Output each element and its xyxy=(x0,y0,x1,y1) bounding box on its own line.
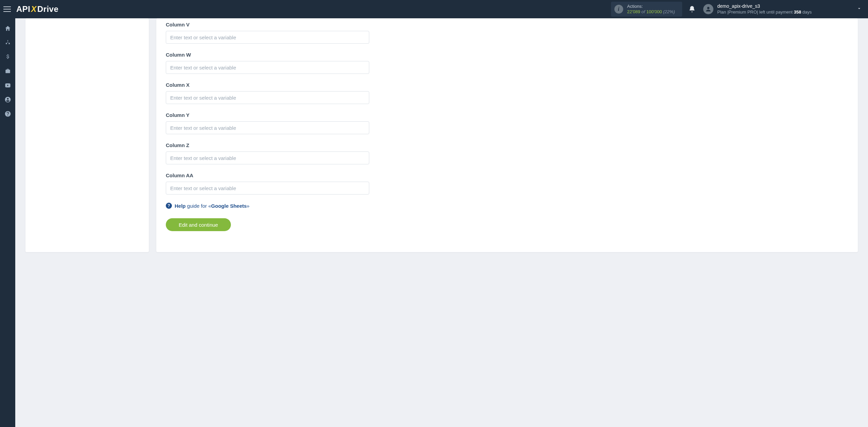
notifications-button[interactable] xyxy=(688,5,696,13)
field-row: Column V xyxy=(166,22,369,44)
sidebar-item-partners[interactable] xyxy=(0,64,15,78)
info-icon: i xyxy=(614,5,623,14)
logo-text-x: X xyxy=(31,4,37,14)
field-row: Column Z xyxy=(166,142,369,164)
chevron-down-icon xyxy=(856,6,862,13)
youtube-icon xyxy=(4,82,11,89)
logo-text-drive: Drive xyxy=(37,4,59,14)
menu-toggle-button[interactable] xyxy=(3,4,13,14)
bell-icon xyxy=(688,5,696,13)
sidebar-item-account[interactable] xyxy=(0,93,15,106)
field-input-column-z[interactable] xyxy=(166,151,369,164)
edit-and-continue-button[interactable]: Edit and continue xyxy=(166,218,231,231)
help-guide-link[interactable]: ? Help guide for «Google Sheets» xyxy=(166,203,369,209)
sidebar-item-help[interactable] xyxy=(0,107,15,121)
field-label: Column X xyxy=(166,82,369,88)
user-plan: Plan |Premium PRO| left until payment 35… xyxy=(717,9,812,15)
field-row: Column AA xyxy=(166,172,369,195)
field-input-column-v[interactable] xyxy=(166,31,369,44)
person-circle-icon xyxy=(4,96,11,103)
user-name: demo_apix-drive_s3 xyxy=(717,3,812,9)
sidebar-item-billing[interactable] xyxy=(0,50,15,64)
home-icon xyxy=(4,25,11,32)
sitemap-icon xyxy=(4,39,11,46)
header: API X Drive i Actions: 22'089 of 100'000… xyxy=(0,0,868,18)
field-input-column-x[interactable] xyxy=(166,91,369,104)
sidebar xyxy=(0,18,15,427)
avatar xyxy=(703,4,713,14)
steps-panel xyxy=(25,18,149,252)
field-label: Column Y xyxy=(166,112,369,118)
field-label: Column V xyxy=(166,22,369,27)
sidebar-item-home[interactable] xyxy=(0,22,15,35)
field-label: Column AA xyxy=(166,172,369,178)
sidebar-item-connections[interactable] xyxy=(0,36,15,49)
config-panel: Column V Column W Column X Column Y Colu xyxy=(156,18,858,252)
person-icon xyxy=(705,6,712,13)
field-row: Column Y xyxy=(166,112,369,134)
help-icon: ? xyxy=(166,203,172,209)
question-circle-icon xyxy=(4,110,11,117)
actions-used: 22'089 xyxy=(627,9,640,14)
field-input-column-aa[interactable] xyxy=(166,182,369,195)
field-row: Column W xyxy=(166,52,369,74)
field-label: Column W xyxy=(166,52,369,58)
dollar-icon xyxy=(4,54,11,60)
main-content: Column V Column W Column X Column Y Colu xyxy=(15,18,868,427)
brand-logo[interactable]: API X Drive xyxy=(16,4,59,14)
briefcase-icon xyxy=(4,68,11,75)
field-row: Column X xyxy=(166,82,369,104)
actions-counter[interactable]: i Actions: 22'089 of 100'000 (22%) xyxy=(611,2,682,17)
field-label: Column Z xyxy=(166,142,369,148)
field-input-column-y[interactable] xyxy=(166,121,369,134)
logo-text-api: API xyxy=(16,4,31,14)
user-menu-button[interactable]: demo_apix-drive_s3 Plan |Premium PRO| le… xyxy=(703,3,862,15)
field-input-column-w[interactable] xyxy=(166,61,369,74)
sidebar-item-video[interactable] xyxy=(0,79,15,92)
actions-label: Actions: xyxy=(627,4,675,9)
